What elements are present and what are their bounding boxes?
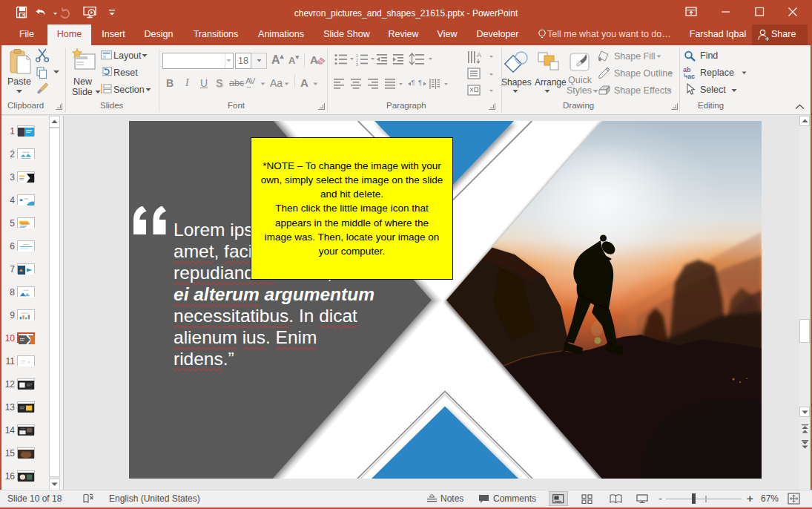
svg-text:ac: ac — [687, 73, 695, 79]
svg-text:A: A — [477, 51, 481, 59]
svg-text:¶: ¶ — [418, 79, 422, 86]
svg-text:¶: ¶ — [412, 79, 415, 86]
svg-text:3: 3 — [356, 62, 358, 67]
